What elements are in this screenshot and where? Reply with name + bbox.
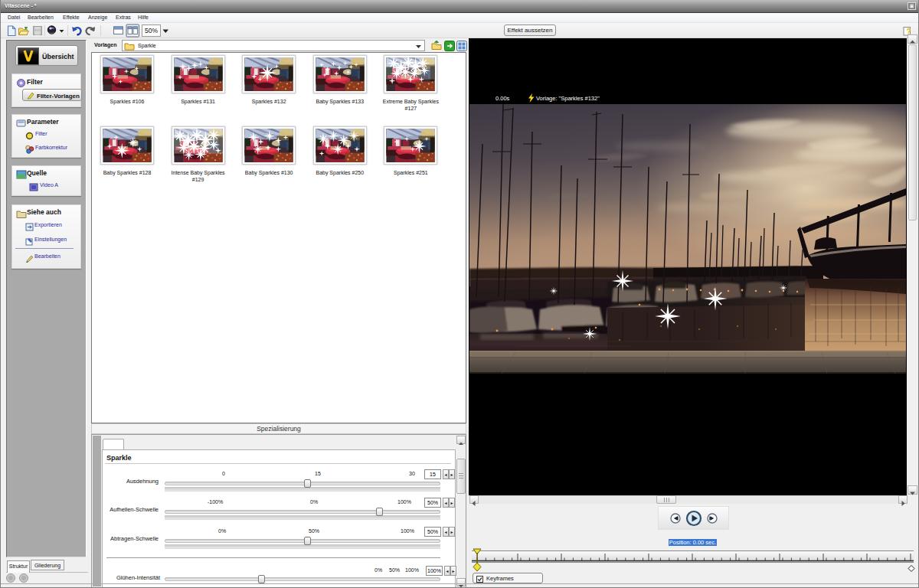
svg-text:50%: 50% [145,27,158,34]
